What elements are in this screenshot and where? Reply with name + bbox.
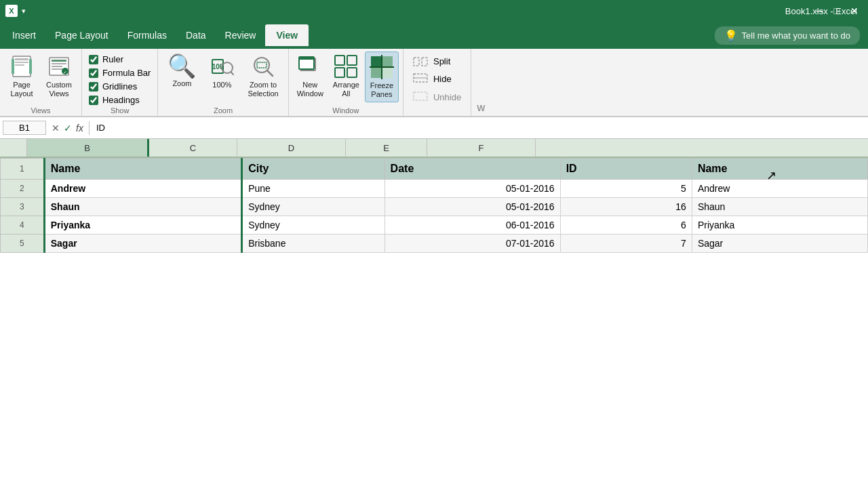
new-window-button[interactable]: NewWindow — [293, 52, 328, 101]
cell-city[interactable]: Pune — [242, 180, 384, 198]
formula-bar: B1 ✕ ✓ fx — [0, 117, 868, 139]
quick-access-arrow[interactable]: ▾ — [22, 7, 26, 16]
menu-view[interactable]: View — [265, 24, 309, 46]
cell-name[interactable]: Sagar — [44, 235, 241, 253]
cell-name2[interactable]: Andrew — [692, 180, 867, 198]
formula-bar-checkbox-label[interactable]: Formula Bar — [89, 68, 151, 78]
zoom-icon: 🔍 — [167, 54, 196, 77]
svg-rect-22 — [299, 57, 314, 60]
col-header-f[interactable]: F — [427, 139, 536, 157]
cell-id[interactable]: 7 — [560, 235, 692, 253]
formula-bar-checkbox[interactable] — [89, 68, 98, 78]
cell-name[interactable]: Shaun — [44, 198, 241, 216]
menu-review[interactable]: Review — [216, 24, 266, 46]
menu-data[interactable]: Data — [176, 24, 216, 46]
custom-views-button[interactable]: ✓ CustomViews — [41, 52, 77, 101]
svg-rect-2 — [15, 62, 28, 63]
tell-me-label: Tell me what you want to do — [742, 30, 850, 41]
page-layout-button[interactable]: PageLayout — [4, 52, 39, 101]
ruler-checkbox[interactable] — [89, 55, 98, 64]
gridlines-checkbox[interactable] — [89, 82, 98, 92]
col-header-b[interactable]: B — [27, 139, 149, 157]
menu-bar: Insert Page Layout Formulas Data Review … — [0, 22, 868, 49]
fx-icon[interactable]: fx — [76, 123, 83, 134]
arrange-all-icon — [334, 54, 358, 79]
freeze-panes-button[interactable]: FreezePanes — [365, 52, 399, 102]
zoom-to-selection-button[interactable]: Zoom toSelection — [242, 52, 283, 101]
headings-checkbox-label[interactable]: Headings — [89, 95, 151, 105]
tell-me-box[interactable]: 💡 Tell me what you want to do — [715, 26, 860, 45]
cancel-icon[interactable]: ✕ — [52, 123, 60, 134]
col-header-c[interactable]: C — [149, 139, 237, 157]
cell-name[interactable]: Priyanka — [44, 216, 241, 235]
cell-city[interactable]: Sydney — [242, 198, 384, 216]
svg-rect-7 — [52, 60, 66, 62]
zoom-button[interactable]: 🔍 Zoom — [162, 52, 201, 90]
zoom-selection-label: Zoom toSelection — [248, 81, 278, 98]
svg-rect-33 — [414, 58, 419, 66]
header-city[interactable]: City — [242, 159, 384, 180]
menu-page-layout[interactable]: Page Layout — [45, 24, 118, 46]
cell-date[interactable]: 06-01-2016 — [384, 216, 560, 235]
svg-rect-5 — [29, 59, 32, 74]
ruler-checkbox-label[interactable]: Ruler — [89, 54, 151, 64]
unhide-button[interactable]: Unhide — [408, 89, 467, 105]
svg-rect-26 — [347, 68, 357, 77]
header-name[interactable]: Name — [44, 159, 241, 180]
cell-id[interactable]: 16 — [560, 198, 692, 216]
formula-input[interactable] — [92, 121, 865, 134]
side-buttons-group: Split Hide Unhide — [403, 49, 471, 116]
cell-name2[interactable]: Sagar — [692, 235, 867, 253]
menu-formulas[interactable]: Formulas — [118, 24, 176, 46]
cell-id[interactable]: 5 — [560, 180, 692, 198]
minimize-button[interactable]: ─ — [812, 5, 827, 16]
arrange-all-button[interactable]: ArrangeAll — [329, 52, 363, 101]
menu-insert[interactable]: Insert — [3, 24, 45, 46]
zoom-100-button[interactable]: 100 100% — [204, 52, 239, 92]
cell-date[interactable]: 05-01-2016 — [384, 180, 560, 198]
table-row: 4 Priyanka Sydney 06-01-2016 6 Priyanka — [1, 216, 868, 235]
confirm-icon[interactable]: ✓ — [64, 123, 72, 134]
col-header-d[interactable]: D — [237, 139, 346, 157]
row-header-spacer — [0, 139, 27, 157]
svg-rect-19 — [257, 62, 267, 68]
cell-city[interactable]: Brisbane — [242, 235, 384, 253]
row-num: 2 — [1, 180, 45, 198]
headings-checkbox[interactable] — [89, 96, 98, 105]
close-button[interactable]: ✕ — [846, 5, 863, 16]
zoom-group: 🔍 Zoom 100 100% — [158, 49, 288, 116]
svg-rect-24 — [347, 56, 357, 65]
new-window-label: NewWindow — [297, 81, 323, 98]
more-groups-indicator: W — [471, 49, 490, 116]
name-box[interactable]: B1 — [3, 121, 46, 135]
split-button[interactable]: Split — [408, 54, 467, 68]
svg-rect-4 — [12, 59, 14, 74]
excel-logo-icon: X — [5, 5, 18, 17]
cell-name2[interactable]: Shaun — [692, 198, 867, 216]
header-name2[interactable]: Name — [692, 159, 867, 180]
unhide-icon — [413, 92, 428, 103]
window-group-label: Window — [332, 106, 359, 115]
header-date[interactable]: Date — [384, 159, 560, 180]
cell-id[interactable]: 6 — [560, 216, 692, 235]
col-header-e[interactable]: E — [346, 139, 427, 157]
cell-date[interactable]: 05-01-2016 — [384, 198, 560, 216]
svg-rect-1 — [15, 58, 28, 60]
cell-city[interactable]: Sydney — [242, 216, 384, 235]
spreadsheet-area: B C D E F 1 Name City Date ID Name 2 And… — [0, 139, 868, 253]
hide-button[interactable]: Hide — [408, 71, 467, 87]
table-row: 3 Shaun Sydney 05-01-2016 16 Shaun — [1, 198, 868, 216]
hide-label: Hide — [433, 74, 452, 84]
views-group: PageLayout ✓ CustomViews — [0, 49, 82, 116]
cell-name2[interactable]: Priyanka — [692, 216, 867, 235]
svg-rect-30 — [382, 68, 393, 78]
maximize-button[interactable]: □ — [830, 5, 844, 16]
new-window-icon — [298, 54, 322, 79]
column-headers: B C D E F — [0, 139, 868, 158]
svg-rect-9 — [52, 66, 62, 67]
cell-date[interactable]: 07-01-2016 — [384, 235, 560, 253]
show-group-label: Show — [111, 106, 130, 115]
cell-name[interactable]: Andrew — [44, 180, 241, 198]
header-id[interactable]: ID — [560, 159, 692, 180]
gridlines-checkbox-label[interactable]: Gridlines — [89, 81, 151, 92]
